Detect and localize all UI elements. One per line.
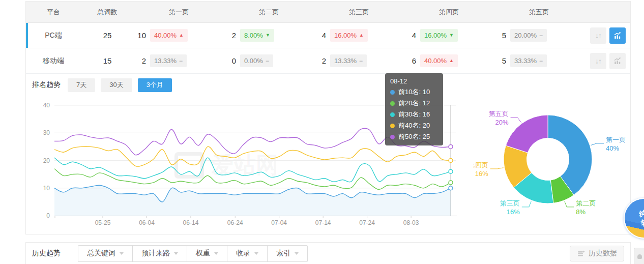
pct-value: 13.33% [154,57,177,65]
pct-badge: 40.00%▲ [150,29,188,42]
page-4-cell: 640.00%▲ [404,54,494,67]
history-filter-label: 权重 [196,249,210,258]
platform-label: PC端 [26,31,81,40]
trend-flat-icon: − [539,32,543,39]
pct-badge: 13.33%− [330,54,367,67]
pct-value: 20.00% [514,32,537,39]
end-marker-top40 [449,159,453,163]
history-filter-label: 索引 [276,249,290,258]
chart-tooltip: 08-12 前10名: 10前20名: 12前30名: 16前40名: 20前5… [385,73,443,145]
trend-tab-7d[interactable]: 7天 [68,78,95,92]
tooltip-date: 08-12 [390,77,438,85]
x-tick-label: 07-04 [271,219,287,226]
tooltip-item-text: 前20名: 12 [398,99,430,108]
history-filter-button-2[interactable]: 权重 [187,245,227,262]
page-2-cell: 00.00%− [224,54,314,67]
page-2-cell: 28.00%▼ [224,29,314,42]
pct-value: 33.33% [514,57,537,65]
trend-flat-icon: − [179,57,183,65]
page-count: 2 [224,31,236,40]
column-header-2: 第一页 [134,8,224,17]
column-header-6: 第五页 [494,8,584,17]
pct-value: 0.00% [244,57,263,65]
donut-label-leader [490,168,504,169]
series-dot-icon [390,112,395,117]
line-series-top40[interactable] [54,146,451,166]
series-dot-icon [390,90,395,95]
chevron-down-icon [295,252,299,255]
trend-flat-icon: − [266,57,269,65]
sort-arrows-icon: ↓↑ [595,32,601,40]
history-section-title: 历史趋势 [32,249,61,258]
y-tick-label: 10 [43,185,50,192]
history-trend-bar: 历史趋势 总关键词预计来路权重收录索引 历史数据 [25,242,631,264]
page-3-cell: 213.33%− [314,54,404,67]
chevron-down-icon [174,252,178,255]
tooltip-items: 前10名: 10前20名: 12前30名: 16前40名: 20前50名: 25 [390,87,438,141]
donut-slice-5[interactable] [506,115,548,153]
show-trend-chart-button[interactable] [609,27,626,44]
history-filter-button-1[interactable]: 预计来路 [132,245,187,262]
table-row-mobile[interactable]: 移动端15213.33%−00.00%−213.33%−640.00%▲533.… [26,48,630,74]
layers-icon [577,249,585,257]
trend-tab-30d[interactable]: 30天 [101,78,132,92]
history-data-button[interactable]: 历史数据 [570,246,624,261]
page-count: 0 [224,56,236,65]
series-dot-icon [390,135,395,139]
history-filter-button-4[interactable]: 索引 [267,245,308,262]
history-filter-button-3[interactable]: 收录 [227,245,268,262]
page-distribution-donut[interactable]: 第一页40%第二页8%第三页16%第四页16%第五页20% [474,95,629,234]
pct-value: 16.00% [424,32,447,39]
pct-badge: 0.00%− [240,54,273,67]
chevron-down-icon [214,252,218,255]
column-header-4: 第三页 [314,8,404,17]
x-tick-label: 06-04 [139,219,155,226]
pct-badge: 8.00%▼ [240,29,274,42]
sort-button[interactable]: ↓↑ [590,27,606,44]
pct-badge: 40.00%▲ [420,54,458,67]
sort-button[interactable]: ↓↑ [590,53,606,69]
table-row-pc[interactable]: PC端251040.00%▲28.00%▼416.00%▲416.00%▼520… [26,23,630,48]
x-tick-label: 07-24 [359,219,375,226]
column-header-0: 平台 [26,8,81,17]
row-actions: ↓↑ [584,53,629,69]
trend-tab-3m[interactable]: 3个月 [138,78,172,92]
history-filter-button-0[interactable]: 总关键词 [78,245,133,262]
show-trend-chart-button[interactable] [609,53,626,69]
history-data-label: 历史数据 [589,249,617,258]
floating-widget-fragment[interactable] [634,248,644,264]
trend-up-icon: ▲ [359,33,364,38]
donut-label-2: 第二页8% [576,199,596,216]
bar-chart-icon [613,31,622,40]
tooltip-item: 前50名: 25 [390,132,438,141]
page-count: 5 [494,56,506,65]
column-header-5: 第四页 [404,8,494,17]
rank-trend-chart[interactable]: 爱站网 01020304005-2506-0406-1406-2407-0407… [26,95,630,234]
tooltip-item: 前20名: 12 [390,99,438,108]
pct-value: 16.00% [334,32,357,39]
history-filter-label: 总关键词 [87,249,115,258]
line-series-top20[interactable] [54,169,451,190]
x-tick-label: 07-14 [315,219,331,226]
end-marker-top10 [449,186,453,190]
pct-value: 13.33% [334,57,357,65]
page-3-cell: 416.00%▲ [314,29,404,42]
trend-section-title: 排名趋势 [32,80,61,90]
tooltip-item-text: 前40名: 20 [398,121,430,130]
trend-flat-icon: − [539,57,543,65]
page-1-cell: 1040.00%▲ [134,29,224,42]
trend-up-icon: ▲ [449,58,454,63]
end-marker-top30 [449,169,453,173]
trend-up-icon: ▲ [179,33,184,38]
end-marker-top20 [449,181,453,185]
total-keywords-value: 25 [81,31,134,40]
y-tick-label: 30 [43,129,50,136]
page-1-cell: 213.33%− [134,54,224,67]
x-tick-label: 08-03 [403,219,419,226]
total-keywords-value: 15 [81,56,134,65]
chevron-down-icon [254,252,258,255]
row-actions: ↓↑ [584,27,629,44]
page-count: 5 [494,31,506,40]
y-tick-label: 40 [43,102,50,109]
donut-label-1: 第一页40% [606,136,626,152]
